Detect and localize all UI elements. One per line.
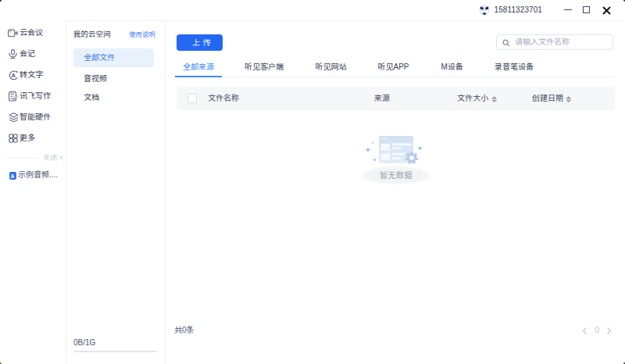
svg-text:A: A	[11, 72, 16, 79]
